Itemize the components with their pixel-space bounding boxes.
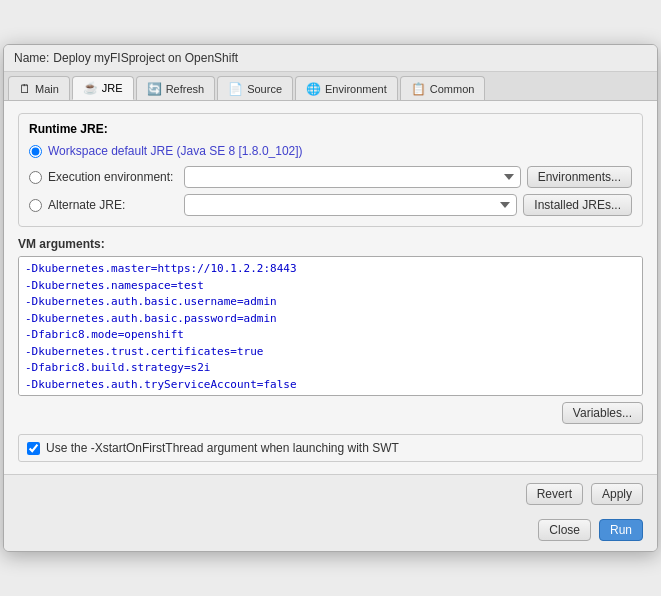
environments-button[interactable]: Environments... — [527, 166, 632, 188]
tab-refresh[interactable]: 🔄 Refresh — [136, 76, 216, 100]
refresh-icon: 🔄 — [147, 82, 162, 96]
swt-checkbox-label: Use the -XstartOnFirstThread argument wh… — [46, 441, 399, 455]
alternate-jre-label: Alternate JRE: — [48, 198, 178, 212]
footer-row2: Close Run — [4, 513, 657, 551]
tab-environment[interactable]: 🌐 Environment — [295, 76, 398, 100]
vm-line-4: -Dkubernetes.auth.basic.password=admin — [25, 311, 636, 328]
tab-jre[interactable]: ☕ JRE — [72, 76, 134, 100]
title-bar: Name: Deploy myFISproject on OpenShift — [4, 45, 657, 72]
swt-checkbox[interactable] — [27, 442, 40, 455]
tab-common-label: Common — [430, 83, 475, 95]
runtime-jre-section: Runtime JRE: Workspace default JRE (Java… — [18, 113, 643, 227]
dialog: Name: Deploy myFISproject on OpenShift 🗒… — [3, 44, 658, 552]
alternate-jre-dropdown[interactable] — [184, 194, 517, 216]
source-icon: 📄 — [228, 82, 243, 96]
workspace-jre-radio[interactable] — [29, 145, 42, 158]
alternate-jre-row: Alternate JRE: Installed JREs... — [29, 194, 632, 216]
close-button[interactable]: Close — [538, 519, 591, 541]
tab-source-label: Source — [247, 83, 282, 95]
tab-jre-label: JRE — [102, 82, 123, 94]
variables-button[interactable]: Variables... — [562, 402, 643, 424]
execution-env-row: Execution environment: Environments... — [29, 166, 632, 188]
tab-refresh-label: Refresh — [166, 83, 205, 95]
revert-button[interactable]: Revert — [526, 483, 583, 505]
swt-checkbox-row: Use the -XstartOnFirstThread argument wh… — [18, 434, 643, 462]
footer-row1: Revert Apply — [4, 474, 657, 513]
vm-args-section: VM arguments: -Dkubernetes.master=https:… — [18, 237, 643, 424]
workspace-jre-label: Workspace default JRE (Java SE 8 [1.8.0_… — [48, 144, 303, 158]
run-button[interactable]: Run — [599, 519, 643, 541]
vm-args-textarea[interactable]: -Dkubernetes.master=https://10.1.2.2:844… — [18, 256, 643, 396]
tab-main-label: Main — [35, 83, 59, 95]
execution-env-label: Execution environment: — [48, 170, 178, 184]
tab-common[interactable]: 📋 Common — [400, 76, 486, 100]
vm-line-2: -Dkubernetes.namespace=test — [25, 278, 636, 295]
tab-environment-label: Environment — [325, 83, 387, 95]
alternate-jre-radio[interactable] — [29, 199, 42, 212]
vm-actions: Variables... — [18, 402, 643, 424]
execution-env-dropdown[interactable] — [184, 166, 521, 188]
apply-button[interactable]: Apply — [591, 483, 643, 505]
tabs-container: 🗒 Main ☕ JRE 🔄 Refresh 📄 Source 🌐 Enviro… — [4, 72, 657, 101]
name-label: Name: — [14, 51, 49, 65]
vm-line-3: -Dkubernetes.auth.basic.username=admin — [25, 294, 636, 311]
common-icon: 📋 — [411, 82, 426, 96]
tab-source[interactable]: 📄 Source — [217, 76, 293, 100]
installed-jres-button[interactable]: Installed JREs... — [523, 194, 632, 216]
title-value: Deploy myFISproject on OpenShift — [53, 51, 238, 65]
tab-main[interactable]: 🗒 Main — [8, 76, 70, 100]
vm-line-1: -Dkubernetes.master=https://10.1.2.2:844… — [25, 261, 636, 278]
vm-line-5: -Dfabric8.mode=openshift — [25, 327, 636, 344]
main-content: Runtime JRE: Workspace default JRE (Java… — [4, 101, 657, 474]
vm-line-7: -Dfabric8.build.strategy=s2i — [25, 360, 636, 377]
vm-args-title: VM arguments: — [18, 237, 643, 251]
runtime-jre-title: Runtime JRE: — [29, 122, 632, 136]
jre-icon: ☕ — [83, 81, 98, 95]
vm-line-8: -Dkubernetes.auth.tryServiceAccount=fals… — [25, 377, 636, 394]
environment-icon: 🌐 — [306, 82, 321, 96]
execution-env-radio[interactable] — [29, 171, 42, 184]
main-icon: 🗒 — [19, 82, 31, 96]
vm-line-6: -Dkubernetes.trust.certificates=true — [25, 344, 636, 361]
vm-line-9: -Dfabric8.generator.from=registry.access… — [25, 393, 636, 396]
workspace-jre-row: Workspace default JRE (Java SE 8 [1.8.0_… — [29, 144, 632, 158]
